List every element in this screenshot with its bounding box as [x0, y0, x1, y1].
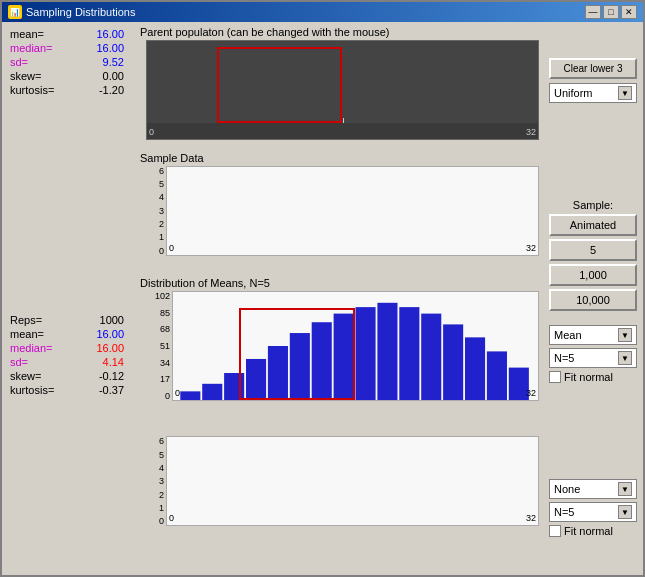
parent-pop-section: Parent populaton (can be changed with th… — [136, 26, 539, 150]
kurtosis-row-bot: kurtosis= -0.37 — [10, 384, 124, 396]
stat-select2[interactable]: None ▼ — [549, 479, 637, 499]
stat-select1[interactable]: Mean ▼ — [549, 325, 637, 345]
main-content: mean= 16.00 median= 16.00 sd= 9.52 skew=… — [2, 22, 643, 575]
median-label-top: median= — [10, 42, 53, 54]
distribution-select[interactable]: Uniform ▼ — [549, 83, 637, 103]
clear-lower-button[interactable]: Clear lower 3 — [549, 58, 637, 79]
skew-row-top: skew= 0.00 — [10, 70, 124, 82]
reps-label: Reps= — [10, 314, 42, 326]
reps-value: 1000 — [100, 314, 124, 326]
svg-rect-10 — [399, 307, 419, 400]
mean-row-top: mean= 16.00 — [10, 28, 124, 40]
median-row-top: median= 16.00 — [10, 42, 124, 54]
animated-button[interactable]: Animated — [549, 214, 637, 236]
chart4-yaxis: 0 1 2 3 4 5 6 — [146, 436, 166, 526]
dist-histogram-svg — [173, 292, 538, 400]
sd-value-top: 9.52 — [103, 56, 124, 68]
mean-value-top: 16.00 — [96, 28, 124, 40]
chart4-section: 0 1 2 3 4 5 6 0 32 — [136, 436, 539, 571]
n5-button[interactable]: 5 — [549, 239, 637, 261]
selection-box — [217, 47, 342, 123]
sample-label: Sample: — [549, 199, 637, 211]
skew-value-top: 0.00 — [103, 70, 124, 82]
fit-normal-checkbox1[interactable] — [549, 371, 561, 383]
skew-value-bot: -0.12 — [99, 370, 124, 382]
sample-chart-wrapper: 0 1 2 3 4 5 6 0 32 — [146, 166, 539, 256]
svg-rect-14 — [487, 351, 507, 400]
x-end-dist: 32 — [526, 388, 536, 398]
dist-means-title: Distribution of Means, N=5 — [140, 277, 539, 289]
sd-row-top: sd= 9.52 — [10, 56, 124, 68]
median-value-bot: 16.00 — [96, 342, 124, 354]
dist-means-section: Distribution of Means, N=5 0 17 34 51 68… — [136, 277, 539, 434]
reps-row: Reps= 1000 — [10, 314, 124, 326]
top-stats: mean= 16.00 median= 16.00 sd= 9.52 skew=… — [10, 28, 124, 96]
window-title: Sampling Distributions — [26, 6, 135, 18]
n1000-button[interactable]: 1,000 — [549, 264, 637, 286]
sd-value-bot: 4.14 — [103, 356, 124, 368]
fit-normal-checkbox2[interactable] — [549, 525, 561, 537]
maximize-button[interactable]: □ — [603, 5, 619, 19]
mean-label-top: mean= — [10, 28, 44, 40]
fit-normal-label2: Fit normal — [564, 525, 613, 537]
kurtosis-value-top: -1.20 — [99, 84, 124, 96]
right-section2: Sample: Animated 5 1,000 10,000 — [549, 109, 637, 311]
sd-label-top: sd= — [10, 56, 28, 68]
right-section3: Mean ▼ N=5 ▼ Fit normal — [549, 317, 637, 383]
skew-label-bot: skew= — [10, 370, 42, 382]
dist-selection-box — [239, 308, 356, 400]
title-bar-left: 📊 Sampling Distributions — [8, 5, 135, 19]
kurtosis-label-top: kurtosis= — [10, 84, 54, 96]
n10000-button[interactable]: 10,000 — [549, 289, 637, 311]
svg-rect-8 — [356, 307, 376, 400]
mean-row-bot: mean= 16.00 — [10, 328, 124, 340]
minimize-button[interactable]: — — [585, 5, 601, 19]
distribution-select-arrow: ▼ — [618, 86, 632, 100]
close-button[interactable]: ✕ — [621, 5, 637, 19]
skew-label-top: skew= — [10, 70, 42, 82]
sd-row-bot: sd= 4.14 — [10, 356, 124, 368]
svg-rect-13 — [465, 337, 485, 400]
main-window: 📊 Sampling Distributions — □ ✕ mean= 16.… — [0, 0, 645, 577]
n5-select1[interactable]: N=5 ▼ — [549, 348, 637, 368]
mean-label-bot: mean= — [10, 328, 44, 340]
right-section4: None ▼ N=5 ▼ Fit normal — [549, 389, 637, 537]
parent-pop-title: Parent populaton (can be changed with th… — [140, 26, 539, 38]
mean-value-bot: 16.00 — [96, 328, 124, 340]
fit-normal-row2: Fit normal — [549, 525, 637, 537]
kurtosis-value-bot: -0.37 — [99, 384, 124, 396]
median-row-bot: median= 16.00 — [10, 342, 124, 354]
app-icon: 📊 — [8, 5, 22, 19]
stat-select1-arrow: ▼ — [618, 328, 632, 342]
median-value-top: 16.00 — [96, 42, 124, 54]
svg-rect-9 — [377, 303, 397, 400]
fit-normal-label1: Fit normal — [564, 371, 613, 383]
title-bar-buttons: — □ ✕ — [585, 5, 637, 19]
n5-select2[interactable]: N=5 ▼ — [549, 502, 637, 522]
right-panel: Clear lower 3 Uniform ▼ Sample: Animated… — [543, 22, 643, 575]
dist-chart-area[interactable]: 0 32 — [172, 291, 539, 401]
left-panel: mean= 16.00 median= 16.00 sd= 9.52 skew=… — [2, 22, 132, 575]
sample-data-section: Sample Data 0 1 2 3 4 5 6 0 32 — [136, 152, 539, 276]
chart4-area[interactable]: 0 32 — [166, 436, 539, 526]
skew-row-bot: skew= -0.12 — [10, 370, 124, 382]
title-bar: 📊 Sampling Distributions — □ ✕ — [2, 2, 643, 22]
parent-pop-chart[interactable]: 0 32 — [146, 40, 539, 140]
right-section1: Clear lower 3 Uniform ▼ — [549, 28, 637, 103]
x-end-parent: 32 — [526, 127, 536, 137]
n5-select2-arrow: ▼ — [618, 505, 632, 519]
sd-label-bot: sd= — [10, 356, 28, 368]
bottom-stats: Reps= 1000 mean= 16.00 median= 16.00 sd=… — [10, 314, 124, 396]
svg-rect-11 — [421, 314, 441, 400]
stat-select2-arrow: ▼ — [618, 482, 632, 496]
sample-chart-area[interactable]: 0 32 — [166, 166, 539, 256]
median-label-bot: median= — [10, 342, 53, 354]
x-start-chart4: 0 — [169, 513, 174, 523]
x-start-sample: 0 — [169, 243, 174, 253]
chart4-wrapper: 0 1 2 3 4 5 6 0 32 — [146, 436, 539, 526]
dist-chart-wrapper: 0 17 34 51 68 85 102 — [146, 291, 539, 401]
fit-normal-row1: Fit normal — [549, 371, 637, 383]
svg-rect-1 — [202, 384, 222, 400]
x-start-dist: 0 — [175, 388, 180, 398]
svg-rect-0 — [180, 391, 200, 400]
